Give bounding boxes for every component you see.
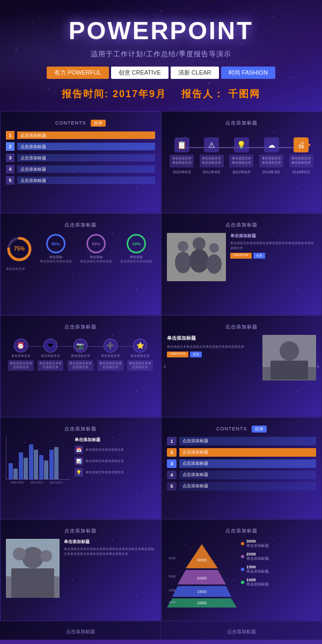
- itl-text-1: 单击添加文本: [10, 354, 32, 358]
- report-by-label: 报告人：: [181, 89, 224, 99]
- report-info: 报告时间: 2017年9月 报告人： 千图网: [11, 87, 311, 100]
- graph-text-title: 单击添加标题: [75, 437, 155, 443]
- tl-desc-5: 单击添加文本单击添加文本: [289, 155, 313, 167]
- svg-text:3000: 3000: [197, 558, 207, 562]
- svg-point-18: [40, 550, 52, 562]
- svg-point-6: [189, 249, 209, 273]
- bar-2b: [24, 458, 28, 479]
- pr-title: 单击添加标题: [167, 335, 259, 342]
- svg-text:3000: 3000: [169, 557, 176, 560]
- stat-circle-10: 10%: [127, 234, 146, 253]
- itl-item-4: ➕ 单击添加文本 单击添加文本单击添加文本: [98, 339, 123, 371]
- list-item: 2 点击添加标题: [6, 142, 155, 151]
- stat-circle-50: 50%: [46, 234, 65, 253]
- gti-1: 📅 单击添加文本单击添加文本: [75, 445, 155, 454]
- c2-num-3: 3: [167, 459, 177, 468]
- tri-label-1: 单击添加标题: [246, 544, 269, 548]
- stat-10: 10% 单击添加 单击添加文本单击添加: [118, 234, 155, 264]
- slide-triangle: 点击添加标题 3000 2000 1500 1000 3: [161, 519, 322, 621]
- slide-contents-1: CONTENTS 目录 1 点击添加标题 2 点击添加标题 3 点击添加标题 4: [0, 111, 161, 213]
- bar-4b: [44, 460, 48, 479]
- bottom-labels: 点击添加标题 点击添加标题: [0, 621, 322, 640]
- gti-2: 📊 单击添加文本单击添加文本: [75, 457, 155, 465]
- chart-desc: 单击添加文本: [6, 267, 155, 272]
- list-text-5: 点击添加标题: [17, 177, 155, 184]
- bar-1b: [13, 469, 18, 479]
- list-item: 4 点击添加标题: [6, 165, 155, 173]
- main-title: POWERPOINT: [11, 16, 311, 45]
- list-item: 3 点击添加标题: [167, 459, 316, 468]
- bar-group-4: [39, 455, 48, 479]
- list-text-1: 点击添加标题: [17, 131, 155, 139]
- svg-point-3: [178, 241, 188, 252]
- tl-item-5: 🖨 单击添加文本单击添加文本 2014年8月: [289, 137, 313, 175]
- slide-3-title-bar: 点击添加标题: [6, 219, 155, 229]
- itl-desc-2: 单击添加文本单击添加文本: [38, 360, 63, 371]
- bar-chart: [6, 437, 70, 480]
- ps-title: 单击添加标题: [64, 539, 155, 545]
- bar-3a: [29, 444, 33, 479]
- gti-icon-3: 💡: [75, 468, 83, 477]
- slide-photo-right: 点击添加标题 单击添加标题 单击添加文本单击添加文本单击添加文本单击添加文本 C…: [161, 315, 322, 417]
- bar-2a: [19, 452, 23, 479]
- tri-dot-3: [241, 568, 244, 571]
- stat-label-10: 单击添加: [118, 255, 155, 260]
- c2-text-1: 点击添加标题: [179, 437, 316, 445]
- itl-desc-1: 单击添加文本单击添加文本: [8, 360, 34, 371]
- photo-desc: 单击添加文本单击添加文本单击添加文本单击添加文本单击添加文本: [230, 241, 316, 251]
- hero-section: POWERPOINT 适用于工作计划/工作总结/季度报告等演示 有力 POWER…: [0, 0, 322, 111]
- c2-text-4: 点击添加标题: [179, 471, 316, 479]
- main-circle-chart: 75%: [6, 236, 33, 262]
- slide-7-title-bar: 点击添加标题: [6, 423, 155, 433]
- list-item: 2 点击添加标题: [167, 448, 316, 457]
- slide-2-title-bar: 点击添加标题: [167, 117, 316, 127]
- list-text-3: 点击添加标题: [17, 154, 155, 162]
- gti-3: 💡 单击添加文本单击添加文本: [75, 468, 155, 477]
- pr-desc: 单击添加文本单击添加文本单击添加文本单击添加文本: [167, 345, 259, 349]
- slide-graph: 点击添加标题: [0, 417, 161, 519]
- slide-6-title-bar: 点击添加标题: [167, 321, 316, 331]
- report-date: 2017年9月: [113, 89, 166, 99]
- itl-icon-3: 📷: [74, 339, 87, 353]
- itl-desc-3: 单击添加文本单击添加文本: [68, 360, 93, 371]
- tri-label-2: 单击添加标题: [246, 557, 269, 561]
- gti-text-3: 单击添加文本单击添加文本: [85, 470, 124, 474]
- pr-content: 单击添加标题 单击添加文本单击添加文本单击添加文本单击添加文本 CREATIVE…: [167, 335, 316, 380]
- bottom-label-left-text: 点击添加标题: [66, 629, 95, 634]
- c2-num-5: 5: [167, 482, 177, 491]
- tri-item-4: 1000 单击添加标题: [241, 577, 316, 587]
- slide-contents-2: CONTENTS 目录 1 点击添加标题 2 点击添加标题 3 点击添加标题 4: [161, 417, 322, 519]
- slide-9-title-bar: 点击添加标题: [6, 525, 155, 535]
- tri-dot-1: [241, 542, 244, 545]
- tl-desc-1: 单击添加文本单击添加文本: [170, 155, 194, 167]
- svg-text:1000: 1000: [197, 601, 207, 605]
- tri-item-2: 2000 单击添加标题: [241, 552, 316, 561]
- tri-value-4: 1000: [246, 577, 269, 582]
- bar-chart-area: 2000-2005 2005-2013 2013-2014: [6, 437, 70, 484]
- stat-25: 25% 单击添加 单击添加文本单击添加: [77, 234, 114, 264]
- gti-text-2: 单击添加文本单击添加文本: [85, 459, 124, 463]
- list-item: 5 点击添加标题: [167, 482, 316, 491]
- slide-icon-timeline: 点击添加标题 ⏰ 单击添加文本 单击添加文本单击添加文本 ❤ 单击添加文本 单击…: [0, 315, 161, 417]
- slide-9-title: 点击添加标题: [64, 528, 97, 533]
- ps-content: 单击添加标题 单击添加文本单击添加文本单击添加文本单击添加文本单击添加文本单击添…: [6, 539, 155, 598]
- c2-num-4: 4: [167, 471, 177, 479]
- gti-text-1: 单击添加文本单击添加文本: [85, 448, 124, 452]
- itl-desc-4: 单击添加文本单击添加文本: [98, 360, 123, 371]
- tl-desc-4: 单击添加文本单击添加文本: [259, 155, 283, 167]
- pr-photo: [262, 335, 316, 380]
- svg-text:1000: 1000: [169, 601, 176, 604]
- c2-num-2: 2: [167, 448, 177, 457]
- tl-label-5: 2014年8月: [290, 170, 312, 175]
- pr-tag-1: CREATIVE: [167, 352, 188, 357]
- slide-charts: 点击添加标题 75% 50% 单击添加 单击添加文本单击添加: [0, 213, 161, 315]
- tri-label-3: 单击添加标题: [246, 569, 269, 574]
- tag-creative: 创意 CREATIVE: [111, 67, 169, 79]
- timeline-row: 📋 单击添加文本单击添加文本 2010年8月 ⚠ 单击添加文本单击添加文本 20…: [167, 137, 316, 175]
- bar-labels: 2000-2005 2005-2013 2013-2014: [6, 481, 70, 484]
- slide-4-title: 点击添加标题: [225, 222, 258, 228]
- graph-content: 2000-2005 2005-2013 2013-2014 单击添加标题 📅 单…: [6, 437, 155, 484]
- c2-text-2: 点击添加标题: [179, 448, 316, 457]
- tl-desc-3: 单击添加文本单击添加文本: [229, 155, 253, 167]
- slide-5-title: 点击添加标题: [64, 324, 97, 330]
